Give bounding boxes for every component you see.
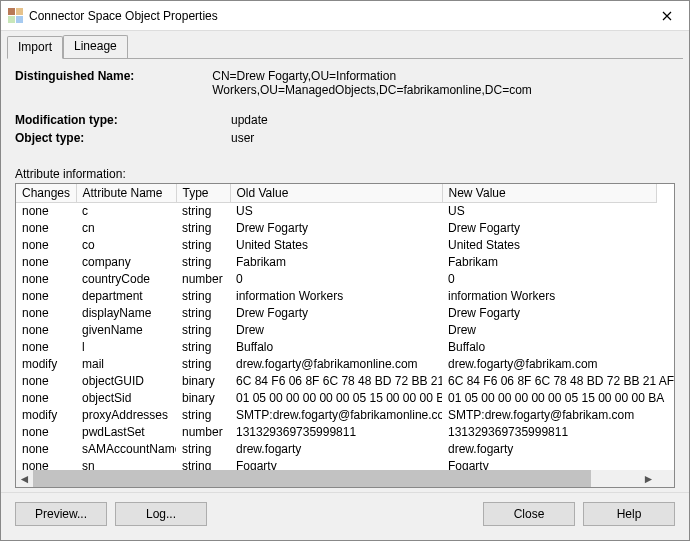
col-changes[interactable]: Changes	[16, 184, 76, 203]
cell: c	[76, 203, 176, 220]
table-row[interactable]: nonecountryCodenumber00	[16, 271, 674, 288]
modification-type-label: Modification type:	[15, 113, 231, 127]
table-row[interactable]: nonesnstringFogartyFogarty	[16, 458, 674, 470]
tab-import[interactable]: Import	[7, 36, 63, 59]
cell: modify	[16, 356, 76, 373]
table-row[interactable]: noneobjectSidbinary01 05 00 00 00 00 00 …	[16, 390, 674, 407]
cell: none	[16, 305, 76, 322]
cell: number	[176, 271, 230, 288]
cell: none	[16, 220, 76, 237]
table-row[interactable]: nonecostringUnited StatesUnited States	[16, 237, 674, 254]
cell: Drew Fogarty	[442, 220, 674, 237]
app-icon	[7, 8, 23, 24]
cell: string	[176, 220, 230, 237]
scroll-right-icon[interactable]: ►	[640, 470, 657, 487]
cell: 131329369735999811	[442, 424, 674, 441]
table-row[interactable]: noneobjectGUIDbinary6C 84 F6 06 8F 6C 78…	[16, 373, 674, 390]
cell: sn	[76, 458, 176, 470]
table-row[interactable]: nonecnstringDrew FogartyDrew Fogarty	[16, 220, 674, 237]
table-row[interactable]: nonecompanystringFabrikamFabrikam	[16, 254, 674, 271]
col-new-value[interactable]: New Value	[442, 184, 657, 203]
table-row[interactable]: nonedisplayNamestringDrew FogartyDrew Fo…	[16, 305, 674, 322]
tab-lineage[interactable]: Lineage	[63, 35, 128, 58]
cell: string	[176, 458, 230, 470]
cell: none	[16, 288, 76, 305]
cell: SMTP:drew.fogarty@fabrikamonline.com	[230, 407, 442, 424]
cell: information Workers	[230, 288, 442, 305]
cell: none	[16, 254, 76, 271]
cell: objectGUID	[76, 373, 176, 390]
scroll-corner	[657, 470, 674, 487]
cell: Drew	[230, 322, 442, 339]
cell: US	[442, 203, 674, 220]
close-button[interactable]: Close	[483, 502, 575, 526]
cell: United States	[442, 237, 674, 254]
cell: Buffalo	[442, 339, 674, 356]
col-attribute-name[interactable]: Attribute Name	[76, 184, 176, 203]
window-title: Connector Space Object Properties	[29, 9, 644, 23]
cell: string	[176, 237, 230, 254]
cell: string	[176, 203, 230, 220]
attribute-section-label: Attribute information:	[15, 167, 675, 181]
cell: number	[176, 424, 230, 441]
cell: none	[16, 322, 76, 339]
cell: cn	[76, 220, 176, 237]
table-row[interactable]: nonepwdLastSetnumber13132936973599981113…	[16, 424, 674, 441]
cell: none	[16, 271, 76, 288]
object-type-value: user	[231, 131, 675, 145]
grid-body[interactable]: nonecstringUSUSnonecnstringDrew FogartyD…	[16, 203, 674, 470]
cell: Fogarty	[230, 458, 442, 470]
cell: string	[176, 339, 230, 356]
table-row[interactable]: nonegivenNamestringDrewDrew	[16, 322, 674, 339]
table-row[interactable]: modifyproxyAddressesstringSMTP:drew.foga…	[16, 407, 674, 424]
table-row[interactable]: nonesAMAccountNamestringdrew.fogartydrew…	[16, 441, 674, 458]
cell: sAMAccountName	[76, 441, 176, 458]
horizontal-scrollbar[interactable]: ◄ ►	[16, 470, 674, 487]
cell: givenName	[76, 322, 176, 339]
cell: drew.fogarty@fabrikam.com	[442, 356, 674, 373]
table-row[interactable]: nonelstringBuffaloBuffalo	[16, 339, 674, 356]
col-type[interactable]: Type	[176, 184, 230, 203]
cell: Drew Fogarty	[230, 305, 442, 322]
cell: Drew Fogarty	[230, 220, 442, 237]
col-old-value[interactable]: Old Value	[230, 184, 442, 203]
cell: none	[16, 458, 76, 470]
tab-content: Distinguished Name: CN=Drew Fogarty,OU=I…	[1, 59, 689, 492]
cell: none	[16, 390, 76, 407]
cell: pwdLastSet	[76, 424, 176, 441]
cell: mail	[76, 356, 176, 373]
close-icon[interactable]	[644, 1, 689, 31]
cell: company	[76, 254, 176, 271]
cell: 6C 84 F6 06 8F 6C 78 48 BD 72 BB 21 AF	[442, 373, 674, 390]
cell: none	[16, 373, 76, 390]
table-row[interactable]: nonedepartmentstringinformation Workersi…	[16, 288, 674, 305]
cell: none	[16, 339, 76, 356]
log-button[interactable]: Log...	[115, 502, 207, 526]
object-type-label: Object type:	[15, 131, 231, 145]
cell: Fabrikam	[442, 254, 674, 271]
column-header-row: Changes Attribute Name Type Old Value Ne…	[16, 184, 657, 203]
cell: objectSid	[76, 390, 176, 407]
help-button[interactable]: Help	[583, 502, 675, 526]
cell: Drew	[442, 322, 674, 339]
dialog-buttons: Preview... Log... Close Help	[1, 492, 689, 540]
cell: string	[176, 305, 230, 322]
cell: l	[76, 339, 176, 356]
modification-type-value: update	[231, 113, 675, 127]
cell: 01 05 00 00 00 00 00 05 15 00 00 00 BA .…	[230, 390, 442, 407]
cell: binary	[176, 373, 230, 390]
scroll-thumb[interactable]	[33, 470, 591, 487]
cell: none	[16, 424, 76, 441]
scroll-left-icon[interactable]: ◄	[16, 470, 33, 487]
preview-button[interactable]: Preview...	[15, 502, 107, 526]
cell: Buffalo	[230, 339, 442, 356]
cell: 6C 84 F6 06 8F 6C 78 48 BD 72 BB 21 AF..…	[230, 373, 442, 390]
cell: co	[76, 237, 176, 254]
cell: Drew Fogarty	[442, 305, 674, 322]
tab-strip: Import Lineage	[1, 31, 689, 58]
table-row[interactable]: nonecstringUSUS	[16, 203, 674, 220]
cell: Fabrikam	[230, 254, 442, 271]
table-row[interactable]: modifymailstringdrew.fogarty@fabrikamonl…	[16, 356, 674, 373]
cell: string	[176, 322, 230, 339]
cell: displayName	[76, 305, 176, 322]
